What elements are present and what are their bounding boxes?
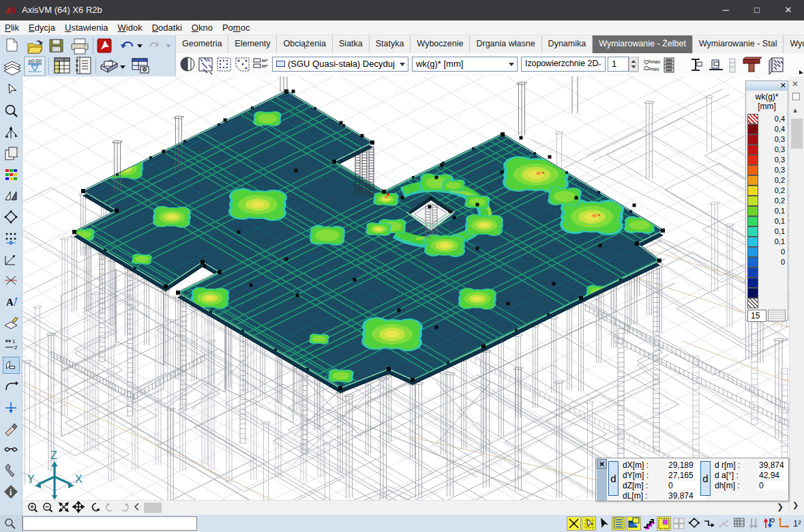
svg-text:Y: Y [27, 473, 35, 485]
svg-text:1: 1 [12, 338, 16, 344]
svg-text:2: 2 [14, 344, 18, 351]
svg-text:Z: Z [50, 449, 57, 461]
svg-text:1²: 1² [793, 518, 801, 529]
svg-text:min: min [651, 67, 659, 72]
svg-text:X: X [75, 473, 83, 485]
svg-text:±0.00: ±0.00 [28, 58, 42, 64]
svg-text:A: A [6, 297, 14, 308]
svg-text:max: max [651, 59, 661, 64]
